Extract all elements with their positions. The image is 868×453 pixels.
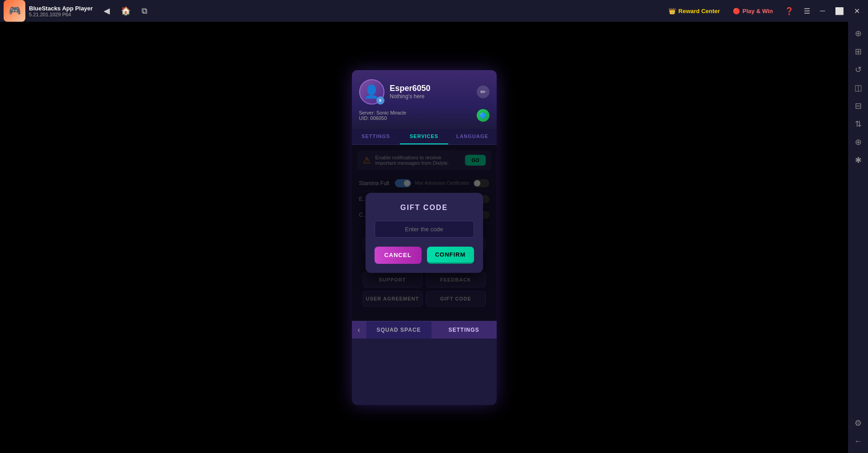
sidebar-icon-6[interactable]: ⇅ <box>850 116 866 132</box>
bottom-nav-back[interactable]: ‹ <box>352 321 366 339</box>
avatar-badge: 9 <box>376 96 384 105</box>
sidebar-icon-8[interactable]: ✱ <box>850 152 866 168</box>
title-bar-right: 👑 Reward Center 🔴 Play & Win ❓ ☰ ─ ⬜ ✕ <box>663 5 868 17</box>
sidebar-icon-7[interactable]: ⊕ <box>850 134 866 150</box>
profile-header: 👤 9 Esper6050 Nothing's here ✏ Server: S… <box>352 70 497 129</box>
modal-buttons: CANCEL CONFIRM <box>375 247 474 264</box>
game-panel: 👤 9 Esper6050 Nothing's here ✏ Server: S… <box>352 70 497 405</box>
help-button[interactable]: ❓ <box>780 5 798 17</box>
sidebar-icon-3[interactable]: ↺ <box>850 62 866 78</box>
app-logo: 🎮 <box>4 0 25 22</box>
modal-title: GIFT CODE <box>375 204 474 212</box>
nav-controls: ◀ 🏠 ⧉ <box>100 4 151 18</box>
tabs-row: SETTINGS SERVICES LANGUAGE <box>352 129 497 145</box>
tab-services[interactable]: SERVICES <box>400 129 448 144</box>
server-icon: 🔷 <box>477 109 489 122</box>
main-area: 👤 9 Esper6050 Nothing's here ✏ Server: S… <box>0 22 848 453</box>
avatar: 👤 9 <box>359 79 384 105</box>
home-nav-button[interactable]: 🏠 <box>117 4 134 18</box>
tab-settings[interactable]: SETTINGS <box>352 129 400 144</box>
app-version: 5.21.201.1029 P64 <box>29 12 93 17</box>
bottom-nav: ‹ SQUAD SPACE SETTINGS <box>352 321 497 339</box>
modal-overlay: GIFT CODE CANCEL CONFIRM <box>352 145 497 321</box>
profile-name: Esper6050 <box>390 84 471 93</box>
fire-icon: 🔴 <box>733 8 740 14</box>
sidebar-icon-5[interactable]: ⊟ <box>850 98 866 114</box>
sidebar-back-icon[interactable]: ← <box>850 433 866 449</box>
profile-info: Esper6050 Nothing's here <box>390 84 471 100</box>
minimize-button[interactable]: ─ <box>816 5 830 17</box>
title-bar: 🎮 BlueStacks App Player 5.21.201.1029 P6… <box>0 0 868 22</box>
maximize-button[interactable]: ⬜ <box>830 5 849 17</box>
confirm-button[interactable]: CONFIRM <box>427 247 474 264</box>
sidebar-icon-4[interactable]: ◫ <box>850 80 866 96</box>
squad-space-button[interactable]: SQUAD SPACE <box>366 321 432 339</box>
right-sidebar: ⊕ ⊞ ↺ ◫ ⊟ ⇅ ⊕ ✱ ⚙ ← <box>848 22 868 453</box>
back-nav-button[interactable]: ◀ <box>100 4 114 18</box>
server-info: Server: Sonic Miracle UID: 006050 🔷 <box>359 109 489 122</box>
menu-button[interactable]: ☰ <box>799 5 815 17</box>
uid-label: UID: 006050 <box>359 115 407 121</box>
close-button[interactable]: ✕ <box>849 5 864 17</box>
edit-profile-button[interactable]: ✏ <box>477 86 489 98</box>
cancel-button[interactable]: CANCEL <box>375 247 422 264</box>
play-win-button[interactable]: 🔴 Play & Win <box>727 6 778 16</box>
settings-nav-button[interactable]: SETTINGS <box>432 321 497 339</box>
crown-icon: 👑 <box>669 8 676 14</box>
settings-icon[interactable]: ⚙ <box>850 415 866 431</box>
app-name: BlueStacks App Player <box>29 5 93 12</box>
content-area: ⚠ Enable notifications to receive import… <box>352 145 497 321</box>
profile-subtitle: Nothing's here <box>390 93 471 100</box>
sidebar-icon-2[interactable]: ⊞ <box>850 43 866 60</box>
reward-center-button[interactable]: 👑 Reward Center <box>663 6 726 16</box>
server-label: Server: Sonic Miracle <box>359 110 407 115</box>
windows-nav-button[interactable]: ⧉ <box>138 5 151 18</box>
window-controls: ❓ ☰ ─ ⬜ ✕ <box>780 5 864 17</box>
gift-code-input[interactable] <box>375 221 474 238</box>
gift-code-modal: GIFT CODE CANCEL CONFIRM <box>365 193 483 273</box>
sidebar-icon-1[interactable]: ⊕ <box>850 25 866 42</box>
tab-language[interactable]: LANGUAGE <box>448 129 497 144</box>
